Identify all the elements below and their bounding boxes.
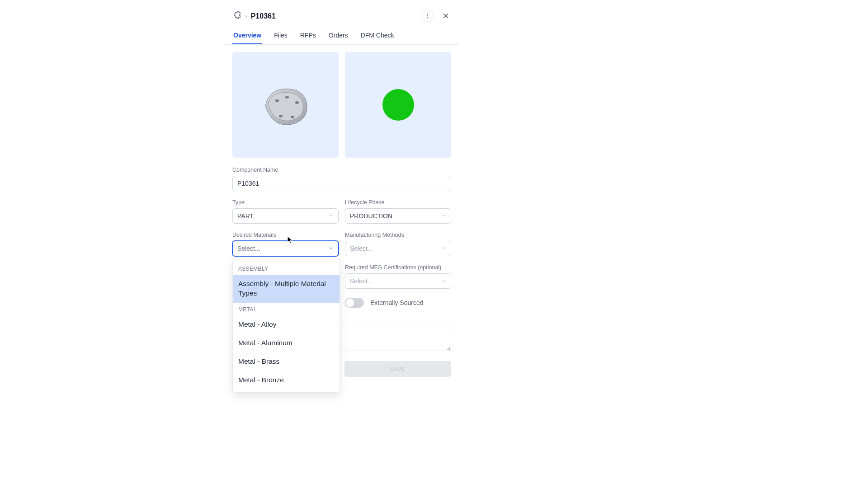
lifecycle-select[interactable]: PRODUCTION: [345, 208, 451, 224]
breadcrumb-separator: ›: [245, 13, 247, 20]
lifecycle-group: Lifecycle Phase PRODUCTION: [345, 199, 451, 224]
tab-rfps[interactable]: RFPs: [299, 27, 317, 44]
dropdown-group-assembly: ASSEMBLY: [233, 262, 340, 275]
kebab-icon: [425, 13, 431, 20]
lifecycle-value: PRODUCTION: [350, 212, 392, 220]
header-actions: [421, 10, 452, 23]
materials-placeholder: Select...: [237, 245, 260, 252]
svg-point-3: [275, 99, 279, 102]
svg-point-2: [427, 17, 428, 18]
component-name-label: Component Name: [232, 167, 451, 173]
methods-select[interactable]: Select...: [345, 241, 451, 256]
svg-point-5: [295, 101, 299, 104]
materials-group: Desired Materials Select... ASSEMBLY Ass…: [232, 232, 339, 308]
type-select[interactable]: PART: [232, 208, 339, 224]
materials-label: Desired Materials: [232, 232, 339, 238]
material-option-metal-brass[interactable]: Metal - Brass: [233, 352, 340, 371]
tab-dfm-check[interactable]: DFM Check: [360, 27, 395, 44]
more-options-button[interactable]: [421, 10, 434, 23]
toggle-knob: [346, 299, 354, 307]
chevron-down-icon: [441, 277, 446, 285]
externally-sourced-label: Externally Sourced: [370, 299, 424, 306]
methods-placeholder: Select...: [350, 245, 373, 252]
externally-sourced-toggle[interactable]: [345, 298, 364, 308]
material-option-metal-alloy[interactable]: Metal - Alloy: [233, 315, 340, 334]
methods-group: Manufacturing Methods Select... Required…: [345, 232, 451, 308]
certs-select[interactable]: Select...: [345, 273, 451, 289]
material-option-metal-aluminum[interactable]: Metal - Aluminum: [233, 334, 340, 352]
certs-group: Required MFG Certifications (optional) S…: [345, 264, 451, 289]
dropdown-group-metal: METAL: [233, 303, 340, 315]
tab-overview[interactable]: Overview: [232, 27, 262, 44]
svg-point-6: [279, 115, 283, 117]
component-name-input[interactable]: [232, 176, 451, 191]
svg-point-0: [427, 13, 428, 14]
type-label: Type: [232, 199, 339, 206]
chevron-down-icon: [328, 245, 334, 252]
panel-header: › P10361: [225, 5, 458, 27]
status-dot-icon: [382, 89, 414, 121]
page-title: P10361: [251, 12, 276, 20]
part-3d-preview[interactable]: [232, 52, 339, 158]
material-option-metal-bronze[interactable]: Metal - Bronze: [233, 371, 340, 389]
methods-label: Manufacturing Methods: [345, 232, 451, 238]
part-detail-panel: › P10361 Overview Files RFPs: [225, 5, 458, 384]
tab-orders[interactable]: Orders: [328, 27, 349, 44]
materials-select[interactable]: Select...: [232, 241, 339, 256]
certs-placeholder: Select...: [350, 277, 373, 285]
tabs: Overview Files RFPs Orders DFM Check: [225, 27, 458, 45]
svg-point-4: [285, 96, 289, 99]
save-button[interactable]: SAVE: [344, 361, 451, 377]
preview-row: [232, 52, 451, 158]
chevron-down-icon: [441, 212, 446, 220]
svg-point-7: [291, 116, 294, 118]
puzzle-icon: [231, 10, 241, 22]
chevron-down-icon: [328, 212, 334, 220]
svg-point-1: [427, 15, 428, 16]
close-button[interactable]: [439, 10, 452, 23]
chevron-down-icon: [441, 245, 446, 252]
lifecycle-label: Lifecycle Phase: [345, 199, 451, 206]
content: Component Name Type PART Lifecycle Phase…: [225, 45, 458, 384]
type-group: Type PART: [232, 199, 339, 224]
part-status-preview[interactable]: [345, 52, 451, 158]
externally-sourced-row: Externally Sourced: [345, 298, 451, 308]
type-value: PART: [237, 212, 254, 220]
tab-files[interactable]: Files: [273, 27, 288, 44]
close-icon: [442, 12, 450, 21]
certs-label: Required MFG Certifications (optional): [345, 264, 451, 271]
material-option-assembly-multi[interactable]: Assembly - Multiple Material Types: [233, 275, 340, 303]
materials-dropdown: ASSEMBLY Assembly - Multiple Material Ty…: [232, 259, 340, 393]
part-render-icon: [256, 79, 315, 131]
component-name-group: Component Name: [232, 167, 451, 191]
